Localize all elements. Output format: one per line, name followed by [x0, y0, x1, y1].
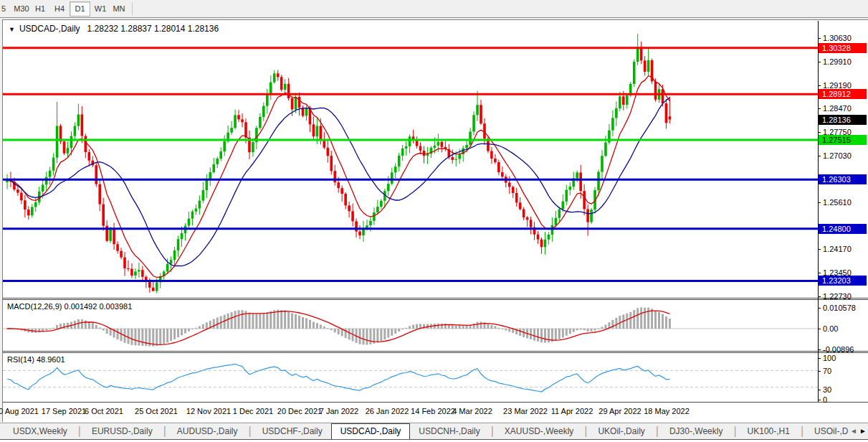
tab-separator: |	[491, 423, 494, 439]
date-label: 20 Dec 2021	[277, 407, 322, 415]
chart-dropdown-icon[interactable]: ▼	[9, 26, 15, 33]
date-label: 26 Jan 2022	[366, 407, 409, 415]
price-tick-label: 1.30630	[823, 33, 852, 43]
timeframe-button-h4[interactable]: H4	[50, 2, 69, 15]
main-price-chart[interactable]	[3, 21, 818, 298]
price-tag-1.27515: 1.27515	[819, 135, 867, 145]
price-tag-1.30328: 1.30328	[819, 43, 867, 53]
price-tag-1.23203: 1.23203	[819, 276, 867, 286]
date-label: 14 Feb 2022	[411, 407, 455, 415]
date-label: 29 Apr 2022	[598, 407, 641, 415]
date-label: 23 Mar 2022	[503, 407, 548, 415]
date-label: 18 May 2022	[644, 407, 690, 415]
tab-separator: |	[163, 423, 166, 439]
indicator-tick-dash	[818, 358, 821, 359]
price-tick-dash	[818, 62, 821, 62]
tab-separator: |	[248, 423, 251, 439]
date-label: 7 Jan 2022	[320, 407, 358, 415]
rsi-line	[7, 364, 669, 392]
tab-eurusd-daily[interactable]: EURUSD-,Daily	[83, 423, 161, 439]
indicator-tick-dash	[818, 308, 821, 309]
price-tick-label: 1.25610	[823, 197, 852, 207]
tabs-scroll-right-icon[interactable]: ►	[859, 427, 867, 436]
tab-separator: |	[656, 423, 659, 439]
rsi-panel[interactable]	[3, 353, 818, 402]
indicator-tick-dash	[818, 349, 821, 350]
timeframe-button-h1[interactable]: H1	[32, 2, 49, 15]
indicator-tick-label: 70	[823, 366, 831, 376]
price-tick-label: 1.28470	[823, 103, 852, 113]
price-tick-label: 1.27030	[823, 151, 852, 161]
timeframe-button-m30[interactable]: M30	[10, 2, 33, 15]
tab-uk100-h1[interactable]: UK100-,H1	[739, 423, 798, 439]
date-label: 6 Oct 2021	[85, 407, 123, 415]
tab-usdx-weekly[interactable]: USDX,Weekly	[4, 423, 76, 439]
tab-separator: |	[584, 423, 587, 439]
price-tag-1.24800: 1.24800	[819, 224, 867, 234]
symbol-tab-bar: USDX,Weekly|EURUSD-,Daily|AUDUSD-,Daily|…	[0, 423, 868, 440]
price-tick-dash	[818, 296, 821, 297]
price-tick-label: 1.22730	[823, 291, 852, 301]
horizontal-level-lines[interactable]	[3, 48, 818, 281]
timeframe-button-5[interactable]: 5	[0, 2, 7, 15]
date-label: 4 Mar 2022	[452, 407, 492, 415]
price-tag-1.26303: 1.26303	[819, 174, 867, 184]
tab-usoil-daily[interactable]: USOil-,Daily	[806, 423, 849, 439]
symbol-tabs: USDX,Weekly|EURUSD-,Daily|AUDUSD-,Daily|…	[0, 423, 849, 439]
tab-xauusd-weekly[interactable]: XAUUSD-,Weekly	[496, 423, 582, 439]
price-tick-dash	[818, 273, 821, 273]
date-label: 1 Dec 2021	[233, 407, 273, 415]
indicator-tick-label: 30	[823, 385, 831, 395]
chart-title: ▼USDCAD-,Daily1.28232 1.28837 1.28014 1.…	[9, 24, 219, 34]
price-axis[interactable]: 1.306301.299101.291901.284701.277501.270…	[818, 21, 868, 402]
date-label: 11 Apr 2022	[551, 407, 593, 415]
tab-separator: |	[801, 423, 803, 439]
timeframe-button-w1[interactable]: W1	[91, 2, 110, 15]
price-tag-1.28136: 1.28136	[819, 115, 867, 125]
timeframe-button-d1[interactable]: D1	[70, 1, 90, 17]
date-axis[interactable]: 30 Aug 202117 Sep 20216 Oct 202125 Oct 2…	[3, 403, 818, 422]
indicator-tick-label: 0.010578	[823, 303, 856, 313]
price-tick-dash	[818, 156, 821, 156]
macd-splitter-top[interactable]	[3, 298, 868, 298]
indicator-tick-label: 0	[823, 395, 827, 405]
tab-usdchf-daily[interactable]: USDCHF-,Daily	[254, 423, 331, 439]
price-tick-dash	[818, 85, 821, 86]
indicator-tick-dash	[818, 400, 821, 400]
indicator-tick-dash	[818, 329, 821, 329]
tab-separator: |	[733, 423, 736, 439]
toolbar-separator	[132, 2, 133, 15]
price-tick-dash	[818, 249, 821, 250]
indicator-tick-dash	[818, 371, 821, 372]
date-label: 30 Aug 2021	[0, 407, 39, 415]
price-tick-dash	[818, 38, 821, 39]
tab-usdcad-daily[interactable]: USDCAD-,Daily	[331, 423, 411, 439]
timeframe-toolbar: 5M30H1H4D1W1MN	[0, 0, 868, 18]
macd-signal-line	[7, 311, 669, 344]
price-tick-dash	[818, 108, 821, 109]
tab-dj30-weekly[interactable]: DJ30-,Weekly	[661, 423, 731, 439]
price-tick-dash	[818, 202, 821, 203]
tab-separator: |	[78, 423, 81, 439]
tab-audusd-daily[interactable]: AUDUSD-,Daily	[168, 423, 247, 439]
tab-ukoil-daily[interactable]: UKOil-,Daily	[589, 423, 653, 439]
price-tag-1.28912: 1.28912	[819, 89, 867, 99]
rsi-label: RSI(14) 48.9601	[7, 355, 65, 364]
moving-averages	[7, 76, 669, 278]
chart-symbol: USDCAD-,Daily	[19, 24, 80, 34]
date-label: 12 Nov 2021	[186, 407, 231, 415]
price-tick-label: 1.24170	[823, 244, 852, 254]
rsi-splitter-top[interactable]	[3, 351, 868, 352]
indicator-tick-dash	[818, 390, 821, 390]
indicator-tick-label: 100	[823, 353, 836, 363]
price-tick-label: 1.29910	[823, 57, 852, 67]
price-tick-dash	[818, 132, 821, 133]
tab-usdcnh-daily[interactable]: USDCNH-,Daily	[410, 423, 488, 439]
tabs-scroll-left-icon[interactable]: ◄	[850, 427, 857, 436]
date-label: 25 Oct 2021	[135, 407, 178, 415]
chart-ohlc-values: 1.28232 1.28837 1.28014 1.28136	[87, 24, 219, 34]
date-label: 17 Sep 2021	[42, 407, 86, 415]
indicator-tick-label: 0.00	[823, 324, 838, 334]
timeframe-button-mn[interactable]: MN	[109, 2, 129, 15]
macd-label: MACD(12,26,9) 0.001492 0.003981	[7, 302, 132, 311]
